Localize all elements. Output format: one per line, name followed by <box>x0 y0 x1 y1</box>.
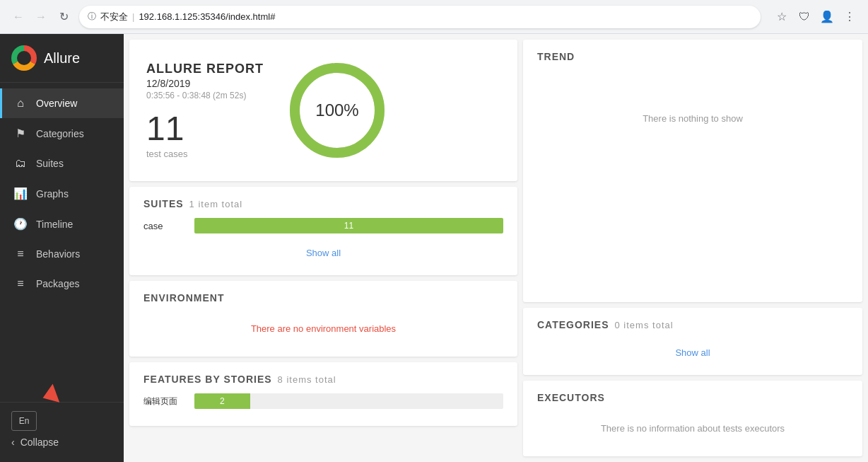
nav-label-categories: Categories <box>36 128 84 139</box>
overview-card: ALLURE REPORT 12/8/2019 0:35:56 - 0:38:4… <box>129 40 517 181</box>
sidebar: Allure ⌂ Overview ⚑ Categories 🗂 Suites … <box>0 34 124 462</box>
collapse-label: Collapse <box>20 437 59 448</box>
security-label: 不安全 <box>100 11 128 23</box>
security-icon: ⓘ <box>88 11 96 23</box>
sidebar-footer: En ‹ Collapse <box>0 402 124 462</box>
collapse-button[interactable]: ‹ Collapse <box>11 431 112 454</box>
report-title: ALLURE REPORT <box>146 62 264 76</box>
progress-bar-container: 11 <box>194 218 503 233</box>
url-text: 192.168.1.125:35346/index.html# <box>139 11 275 22</box>
trend-card: TREND There is nothing to show <box>523 40 862 302</box>
report-time: 0:35:56 - 0:38:48 (2m 52s) <box>146 91 264 100</box>
address-bar[interactable]: ⓘ 不安全 | 192.168.1.125:35346/index.html# <box>79 6 761 28</box>
nav-label-packages: Packages <box>36 278 79 289</box>
environment-header: ENVIRONMENT <box>143 292 503 304</box>
feature-progress-label: 2 <box>220 396 225 406</box>
feature-progress-bar: 2 <box>194 393 250 409</box>
menu-button[interactable]: ⋮ <box>840 7 860 27</box>
behaviors-icon: ≡ <box>13 248 28 260</box>
packages-icon: ≡ <box>13 277 28 290</box>
feature-name: 编辑页面 <box>143 395 186 408</box>
nav-buttons: ← → ↻ <box>8 7 74 27</box>
bookmark-button[interactable]: ☆ <box>772 7 792 27</box>
suites-count: 1 item total <box>189 199 243 209</box>
nav-label-behaviors: Behaviors <box>36 248 80 260</box>
nav-item-suites[interactable]: 🗂 Suites <box>0 149 124 178</box>
suites-title: SUITES <box>143 198 184 209</box>
features-title: FEATURES BY STORIES <box>143 374 272 385</box>
categories-title: CATEGORIES <box>537 319 609 330</box>
executors-header: EXECUTORS <box>537 392 848 403</box>
suites-card: SUITES 1 item total case 11 Show all <box>129 187 517 275</box>
sidebar-nav: ⌂ Overview ⚑ Categories 🗂 Suites 📊 Graph… <box>0 83 124 402</box>
profile-button[interactable]: 👤 <box>817 7 837 27</box>
shield-button[interactable]: 🛡 <box>794 7 814 27</box>
suites-show-all-button[interactable]: Show all <box>143 242 503 264</box>
graphs-icon: 📊 <box>13 187 28 200</box>
nav-item-categories[interactable]: ⚑ Categories <box>0 118 124 149</box>
suites-icon: 🗂 <box>13 157 28 170</box>
trend-title: TREND <box>537 51 575 62</box>
nav-item-packages[interactable]: ≡ Packages <box>0 269 124 299</box>
main-content: ALLURE REPORT 12/8/2019 0:35:56 - 0:38:4… <box>124 34 868 462</box>
features-card: FEATURES BY STORIES 8 items total 编辑页面 2 <box>129 362 517 426</box>
executors-empty-msg: There is no information about tests exec… <box>537 412 848 445</box>
nav-label-graphs: Graphs <box>36 188 69 200</box>
left-panel: ALLURE REPORT 12/8/2019 0:35:56 - 0:38:4… <box>129 40 517 456</box>
progress-label: 11 <box>344 221 353 231</box>
nav-item-timeline[interactable]: 🕐 Timeline <box>0 209 124 239</box>
categories-count: 0 items total <box>615 320 674 330</box>
browser-actions: ☆ 🛡 👤 ⋮ <box>772 7 860 27</box>
refresh-button[interactable]: ↻ <box>54 7 74 27</box>
progress-bar: 11 <box>194 218 503 233</box>
url-separator: | <box>132 11 134 22</box>
report-date: 12/8/2019 <box>146 78 264 89</box>
categories-card: CATEGORIES 0 items total Show all <box>523 308 862 375</box>
features-header: FEATURES BY STORIES 8 items total <box>143 374 503 385</box>
environment-title: ENVIRONMENT <box>143 292 224 304</box>
app-container: Allure ⌂ Overview ⚑ Categories 🗂 Suites … <box>0 34 868 462</box>
test-count: 11 <box>146 112 264 146</box>
environment-empty-msg: There are no environment variables <box>143 312 503 345</box>
overview-stats: ALLURE REPORT 12/8/2019 0:35:56 - 0:38:4… <box>146 62 264 159</box>
home-icon: ⌂ <box>13 97 28 110</box>
allure-logo <box>11 45 37 71</box>
features-count: 8 items total <box>278 374 336 385</box>
sidebar-title: Allure <box>44 50 80 67</box>
executors-card: EXECUTORS There is no information about … <box>523 381 862 456</box>
browser-chrome: ← → ↻ ⓘ 不安全 | 192.168.1.125:35346/index.… <box>0 0 868 34</box>
test-label: test cases <box>146 149 264 159</box>
flag-icon: ⚑ <box>13 127 28 140</box>
environment-card: ENVIRONMENT There are no environment var… <box>129 281 517 357</box>
language-button[interactable]: En <box>11 411 37 431</box>
nav-item-overview[interactable]: ⌂ Overview <box>0 88 124 118</box>
logo-circle <box>11 45 37 71</box>
forward-button[interactable]: → <box>31 7 51 27</box>
sidebar-header: Allure <box>0 34 124 83</box>
executors-title: EXECUTORS <box>537 392 605 403</box>
nav-label-timeline: Timeline <box>36 219 73 230</box>
features-row: 编辑页面 2 <box>143 393 503 409</box>
categories-header: CATEGORIES 0 items total <box>537 319 848 330</box>
donut-percent: 100% <box>315 100 358 120</box>
suite-name: case <box>143 221 186 231</box>
categories-show-all-button[interactable]: Show all <box>537 342 848 364</box>
collapse-arrow-icon: ‹ <box>11 437 15 448</box>
back-button[interactable]: ← <box>8 7 28 27</box>
timeline-icon: 🕐 <box>13 217 28 231</box>
donut-container: 100% <box>281 54 394 167</box>
right-panel: TREND There is nothing to show CATEGORIE… <box>523 40 862 456</box>
nav-label-suites: Suites <box>36 158 64 169</box>
suite-row: case 11 <box>143 218 503 233</box>
trend-header: TREND <box>537 51 848 62</box>
sidebar-footer-container: En ‹ Collapse <box>0 402 124 462</box>
trend-empty-msg: There is nothing to show <box>537 71 848 166</box>
suites-header: SUITES 1 item total <box>143 198 503 209</box>
nav-item-behaviors[interactable]: ≡ Behaviors <box>0 239 124 269</box>
nav-item-graphs[interactable]: 📊 Graphs <box>0 178 124 209</box>
nav-label-overview: Overview <box>36 98 77 109</box>
feature-progress-container: 2 <box>194 393 503 409</box>
